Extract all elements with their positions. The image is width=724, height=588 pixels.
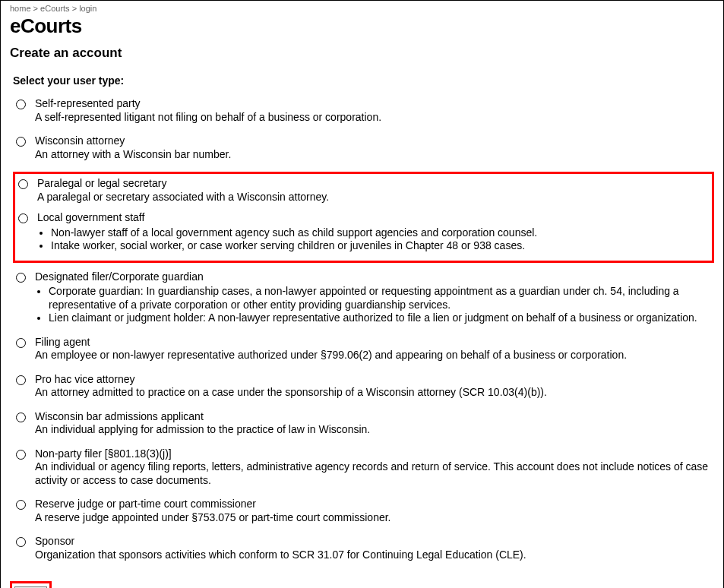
- highlight-box: Paralegal or legal secretary A paralegal…: [13, 172, 714, 263]
- radio-wisconsin-attorney[interactable]: [16, 137, 26, 147]
- breadcrumb-item[interactable]: eCourts: [40, 4, 70, 13]
- option-sponsor[interactable]: Sponsor Organization that sponsors activ…: [16, 535, 714, 561]
- option-desc: A paralegal or secretary associated with…: [37, 191, 329, 204]
- option-filing-agent[interactable]: Filing agent An employee or non-lawyer r…: [16, 336, 714, 362]
- option-title: Non-party filer [§801.18(3)(j)]: [35, 447, 714, 461]
- option-label: Self-represented party A self-represente…: [35, 97, 381, 124]
- option-title: Wisconsin bar admissions applicant: [35, 410, 370, 424]
- breadcrumb-sep: >: [31, 4, 41, 13]
- option-title: Reserve judge or part-time court commiss…: [35, 498, 391, 511]
- radio-non-party-filer[interactable]: [16, 450, 26, 460]
- option-desc: A reserve judge appointed under §753.075…: [35, 511, 391, 525]
- option-title: Self-represented party: [35, 97, 381, 111]
- option-desc: An individual applying for admission to …: [35, 423, 370, 437]
- option-title: Paralegal or legal secretary: [37, 177, 329, 191]
- option-label: Non-party filer [§801.18(3)(j)] An indiv…: [35, 447, 714, 488]
- section-label: Select your user type:: [13, 74, 714, 87]
- option-bullets: Corporate guardian: In guardianship case…: [49, 285, 714, 325]
- option-designated-filer[interactable]: Designated filer/Corporate guardian Corp…: [16, 270, 714, 325]
- option-pro-hac-vice[interactable]: Pro hac vice attorney An attorney admitt…: [16, 373, 714, 400]
- radio-filing-agent[interactable]: [16, 338, 26, 348]
- option-bullet: Intake worker, social worker, or case wo…: [51, 239, 537, 253]
- breadcrumb-item[interactable]: home: [10, 4, 31, 13]
- option-non-party-filer[interactable]: Non-party filer [§801.18(3)(j)] An indiv…: [16, 447, 714, 488]
- option-title: Pro hac vice attorney: [35, 373, 547, 387]
- breadcrumb-item[interactable]: login: [79, 4, 96, 13]
- radio-self-represented[interactable]: [16, 100, 26, 109]
- option-label: Filing agent An employee or non-lawyer r…: [35, 336, 627, 362]
- radio-designated-filer[interactable]: [16, 273, 26, 283]
- radio-bar-admission[interactable]: [16, 413, 26, 422]
- option-label: Pro hac vice attorney An attorney admitt…: [35, 373, 547, 400]
- breadcrumb-sep: >: [70, 4, 80, 13]
- option-paralegal[interactable]: Paralegal or legal secretary A paralegal…: [18, 177, 709, 204]
- next-button-highlight: Next: [10, 581, 52, 588]
- option-wisconsin-attorney[interactable]: Wisconsin attorney An attorney with a Wi…: [16, 134, 714, 161]
- option-bullet: Non-lawyer staff of a local government a…: [51, 226, 537, 240]
- option-label: Local government staff Non-lawyer staff …: [37, 211, 537, 253]
- option-self-represented[interactable]: Self-represented party A self-represente…: [16, 97, 714, 124]
- option-label: Reserve judge or part-time court commiss…: [35, 498, 391, 524]
- option-bar-admission[interactable]: Wisconsin bar admissions applicant An in…: [16, 410, 714, 437]
- page-title: eCourts: [10, 14, 714, 38]
- option-local-government[interactable]: Local government staff Non-lawyer staff …: [18, 211, 709, 253]
- radio-paralegal[interactable]: [18, 179, 28, 189]
- option-title: Wisconsin attorney: [35, 134, 231, 148]
- option-bullet: Corporate guardian: In guardianship case…: [49, 285, 714, 311]
- option-reserve-judge[interactable]: Reserve judge or part-time court commiss…: [16, 498, 714, 524]
- option-title: Designated filer/Corporate guardian: [35, 270, 714, 284]
- option-title: Local government staff: [37, 211, 537, 225]
- option-title: Filing agent: [35, 336, 627, 349]
- sub-title: Create an account: [10, 46, 714, 61]
- option-desc: A self-represented litigant not filing o…: [35, 111, 381, 125]
- option-label: Paralegal or legal secretary A paralegal…: [37, 177, 329, 204]
- option-label: Wisconsin bar admissions applicant An in…: [35, 410, 370, 437]
- option-bullet: Lien claimant or judgment holder: A non-…: [49, 311, 714, 325]
- option-desc: An employee or non-lawyer representative…: [35, 349, 627, 362]
- option-label: Designated filer/Corporate guardian Corp…: [35, 270, 714, 325]
- radio-local-government[interactable]: [18, 213, 28, 223]
- option-desc: An individual or agency filing reports, …: [35, 460, 714, 487]
- option-desc: An attorney admitted to practice on a ca…: [35, 386, 547, 400]
- option-desc: An attorney with a Wisconsin bar number.: [35, 148, 231, 162]
- radio-pro-hac-vice[interactable]: [16, 375, 26, 385]
- option-label: Sponsor Organization that sponsors activ…: [35, 535, 526, 561]
- option-bullets: Non-lawyer staff of a local government a…: [51, 226, 537, 253]
- radio-sponsor[interactable]: [16, 537, 26, 547]
- user-type-options: Self-represented party A self-represente…: [10, 97, 714, 561]
- radio-reserve-judge[interactable]: [16, 500, 26, 510]
- option-title: Sponsor: [35, 535, 526, 548]
- option-desc: Organization that sponsors activities wh…: [35, 548, 526, 562]
- breadcrumb: home > eCourts > login: [10, 4, 714, 13]
- option-label: Wisconsin attorney An attorney with a Wi…: [35, 134, 231, 161]
